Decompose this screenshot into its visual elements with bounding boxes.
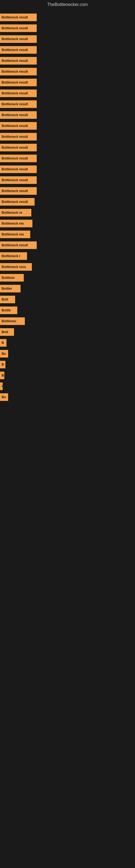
bar-row: Bo xyxy=(0,348,135,359)
bottleneck-bar: I xyxy=(0,382,3,390)
bottleneck-bar: Bottleneck result xyxy=(0,144,37,151)
bar-label: Bottleneck result xyxy=(2,59,28,63)
bar-label: Bottler xyxy=(2,287,12,290)
bar-label: Bottleneck result xyxy=(2,26,28,30)
bar-label: Bottleneck resu xyxy=(2,265,26,269)
bar-label: Bottleneck result xyxy=(2,16,28,19)
bar-label: Bottleneck r xyxy=(2,254,20,258)
bottleneck-bar: Bottleneck result xyxy=(0,198,35,206)
bar-row: Bottleneck resu xyxy=(0,261,135,272)
bar-row: Bottleneck result xyxy=(0,131,135,142)
bar-row: Bo xyxy=(0,392,135,403)
bottleneck-bar: Bottleneck result xyxy=(0,57,37,65)
bar-row: Bottleneck result xyxy=(0,186,135,196)
bar-row: Bottleneck result xyxy=(0,142,135,153)
bar-row: Bottleneck res xyxy=(0,229,135,240)
bar-label: Bott xyxy=(2,330,8,334)
bar-row: Bott xyxy=(0,327,135,337)
bottleneck-bar: Bottlenec xyxy=(0,317,25,325)
bar-label: Bott xyxy=(2,298,8,301)
bar-row: Bottlenec xyxy=(0,316,135,327)
bar-label: Bottleneck result xyxy=(2,189,28,193)
bar-label: Bottleneck result xyxy=(2,81,28,84)
bottleneck-bar: Bottleneck result xyxy=(0,24,37,32)
bar-label: Bottleneck result xyxy=(2,178,28,182)
bar-label: Bottleneck result xyxy=(2,200,28,204)
site-title: TheBottlenecker.com xyxy=(0,0,135,9)
bar-row: Bottleneck result xyxy=(0,120,135,131)
bottleneck-bar: Bottleneck result xyxy=(0,187,37,195)
bar-row: I xyxy=(0,381,135,392)
bar-label: B xyxy=(2,341,4,345)
bar-label: Bottleneck result xyxy=(2,70,28,73)
bottleneck-bar: Bo xyxy=(0,393,8,401)
bars-container: Bottleneck resultBottleneck resultBottle… xyxy=(0,9,135,405)
bar-label: Bottleneck result xyxy=(2,124,28,128)
bar-row: Bottleneck result xyxy=(0,153,135,164)
bottleneck-bar: Bottleneck result xyxy=(0,241,37,249)
bottleneck-bar: B xyxy=(0,339,6,347)
bar-row: Bottleneck result xyxy=(0,240,135,251)
bar-label: Bo xyxy=(2,352,6,355)
bar-row: Bottleneck result xyxy=(0,12,135,23)
bar-row: B xyxy=(0,359,135,370)
bar-row: Bottleneck result xyxy=(0,55,135,66)
bottleneck-bar: B xyxy=(0,361,5,368)
bottleneck-bar: Bottleneck result xyxy=(0,176,37,184)
bar-row: Bottleneck result xyxy=(0,34,135,44)
bar-label: Bottleneck result xyxy=(2,243,28,247)
bar-label: Bottleneck re xyxy=(2,211,22,215)
bar-label: Bottleneck result xyxy=(2,135,28,138)
bar-label: Bottleneck result xyxy=(2,156,28,160)
bottleneck-bar: Bottleneck result xyxy=(0,13,37,21)
bottleneck-bar: Bottleneck result xyxy=(0,79,37,86)
bar-row: Bottleneck result xyxy=(0,88,135,99)
bar-label: B xyxy=(2,363,4,367)
bottleneck-bar: Bottleneck result xyxy=(0,133,37,141)
bar-label: Bottleneck result xyxy=(2,37,28,41)
bottleneck-bar: Bottleneck result xyxy=(0,155,37,162)
bar-label: Bottleneck res xyxy=(2,222,24,225)
bar-row: Bottleneck res xyxy=(0,218,135,229)
bar-label: Bottleneck result xyxy=(2,113,28,117)
bar-label: I xyxy=(2,384,2,388)
bar-row: Bottleneck result xyxy=(0,164,135,175)
bar-row: Bottleneck result xyxy=(0,175,135,186)
bar-row: Bottle xyxy=(0,305,135,316)
bottleneck-bar: Bottleneck res xyxy=(0,230,30,238)
bar-label: Bottleneck result xyxy=(2,167,28,171)
bottleneck-bar: Bottleneck result xyxy=(0,46,37,54)
bar-label: Bottleneck result xyxy=(2,48,28,52)
bottleneck-bar: Bottleneck result xyxy=(0,165,37,173)
bottleneck-bar: Bottleneck r xyxy=(0,252,27,260)
bottleneck-bar: Bottle xyxy=(0,307,17,314)
bottleneck-bar: Bottleneck re xyxy=(0,209,31,216)
bar-label: Bottleneck result xyxy=(2,91,28,95)
bar-label: Bottleneck result xyxy=(2,102,28,106)
bar-label: Bottle xyxy=(2,308,11,312)
bar-row: Bottleneck result xyxy=(0,66,135,77)
bottleneck-bar: Bottleneck resu xyxy=(0,263,32,271)
bar-row: Bottler xyxy=(0,283,135,294)
bar-label: Bottlenec xyxy=(2,319,16,323)
bottleneck-bar: Bottleneck result xyxy=(0,111,37,119)
bottleneck-bar: B xyxy=(0,372,4,379)
bottleneck-bar: Bott xyxy=(0,296,15,303)
bar-row: Bottleneck result xyxy=(0,23,135,34)
bar-label: Bottlene xyxy=(2,276,14,280)
bottleneck-bar: Bottleneck result xyxy=(0,100,37,108)
bar-row: Bottleneck result xyxy=(0,44,135,55)
bar-row: B xyxy=(0,370,135,381)
bar-row: Bottleneck result xyxy=(0,77,135,88)
bottleneck-bar: Bott xyxy=(0,328,14,336)
bottleneck-bar: Bottleneck result xyxy=(0,68,37,75)
bottleneck-bar: Bottlene xyxy=(0,274,24,282)
bar-label: Bottleneck result xyxy=(2,146,28,150)
bottleneck-bar: Bottleneck result xyxy=(0,122,37,130)
bar-label: B xyxy=(2,373,4,377)
bar-row: Bottleneck result xyxy=(0,110,135,120)
bar-row: Bottleneck r xyxy=(0,251,135,261)
bar-label: Bottleneck res xyxy=(2,232,24,236)
bottleneck-bar: Bottleneck res xyxy=(0,220,32,227)
bar-row: Bottleneck re xyxy=(0,207,135,218)
